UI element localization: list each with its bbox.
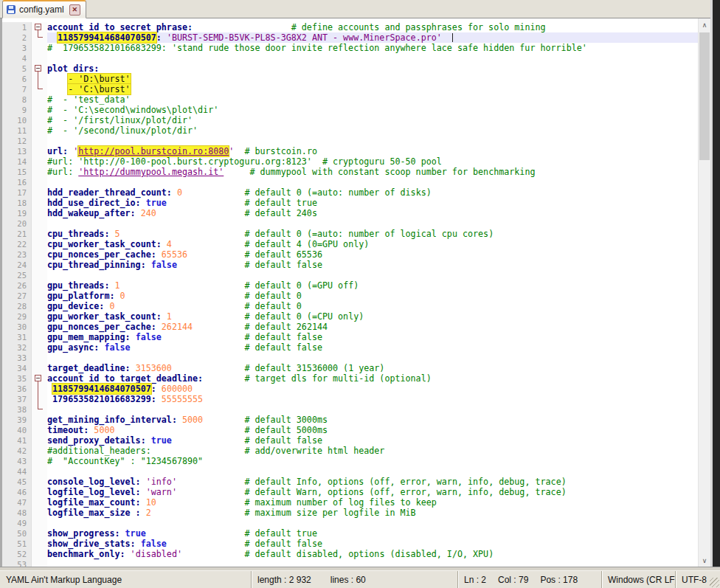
code-line[interactable]: 46logfile_log_level: 'warn' # default Wa… — [2, 487, 698, 497]
line-number[interactable]: 4 — [2, 53, 32, 63]
code-line[interactable]: 49 — [2, 518, 698, 528]
code-line[interactable]: 52benchmark_only: 'disabled' # default d… — [2, 549, 698, 559]
line-number[interactable]: 38 — [2, 404, 32, 415]
line-number[interactable]: 6 — [2, 74, 32, 84]
code-line[interactable]: 14#url: 'http://0-100-pool.burst.cryptog… — [2, 156, 698, 167]
code-line[interactable]: 9# - 'C:\second\windows\plot\dir' — [2, 105, 698, 115]
code-line[interactable]: 35account_id_to_target_deadline: # targe… — [2, 373, 698, 384]
line-number[interactable]: 10 — [2, 115, 32, 125]
tab-close-icon[interactable]: ✕ — [69, 4, 80, 15]
scroll-up-icon[interactable]: ∧ — [699, 18, 710, 31]
code-line[interactable]: 44 — [2, 466, 698, 477]
line-number[interactable]: 52 — [2, 549, 32, 559]
code-line[interactable]: 23cpu_nonces_per_cache: 65536 # default … — [2, 249, 698, 260]
line-number[interactable]: 24 — [2, 260, 32, 270]
code-area[interactable]: 1account_id_to_secret_phrase: # define a… — [0, 18, 698, 567]
line-number[interactable]: 32 — [2, 342, 32, 353]
code-line[interactable]: 28gpu_device: 0 # default 0 — [2, 301, 698, 311]
code-line[interactable]: 20 — [2, 218, 698, 229]
line-number[interactable]: 18 — [2, 198, 32, 208]
line-number[interactable]: 31 — [2, 332, 32, 342]
code-line[interactable]: 18hdd_use_direct_io: true # default true — [2, 198, 698, 208]
line-number[interactable]: 33 — [2, 353, 32, 363]
code-line[interactable]: 45console_log_level: 'info' # default In… — [2, 477, 698, 487]
code-line[interactable]: 33 — [2, 353, 698, 363]
line-number[interactable]: 11 — [2, 125, 32, 136]
line-number[interactable]: 23 — [2, 249, 32, 260]
line-number[interactable]: 44 — [2, 466, 32, 477]
code-line[interactable]: 53 — [2, 559, 698, 567]
vertical-scrollbar[interactable]: ∧ ∨ — [698, 18, 710, 567]
code-line[interactable]: 16 — [2, 177, 698, 187]
code-line[interactable]: 22cpu_worker_task_count: 4 # default 4 (… — [2, 239, 698, 249]
line-number[interactable]: 48 — [2, 508, 32, 518]
line-number[interactable]: 27 — [2, 291, 32, 301]
line-number[interactable]: 8 — [2, 94, 32, 105]
code-line[interactable]: 4 — [2, 53, 698, 63]
code-line[interactable]: 31gpu_mem_mapping: false # default false — [2, 332, 698, 342]
line-number[interactable]: 1 — [2, 22, 32, 32]
code-line[interactable]: 37 1796535821016683299: 55555555 — [2, 394, 698, 404]
code-line[interactable]: 40timeout: 5000 # default 5000ms — [2, 425, 698, 435]
line-number[interactable]: 13 — [2, 146, 32, 156]
line-number[interactable]: 35 — [2, 373, 32, 384]
code-line[interactable]: 7 - 'C:\burst' — [2, 84, 698, 94]
code-line[interactable]: 42#additional_headers: # add/overwrite h… — [2, 446, 698, 456]
line-number[interactable]: 15 — [2, 167, 32, 177]
line-number[interactable]: 41 — [2, 435, 32, 446]
tab-config-yaml[interactable]: config.yaml ✕ — [2, 0, 86, 18]
line-number[interactable]: 21 — [2, 229, 32, 239]
code-line[interactable]: 27gpu_platform: 0 # default 0 — [2, 291, 698, 301]
code-line[interactable]: 30gpu_nonces_per_cache: 262144 # default… — [2, 322, 698, 332]
statusbar-eol-format[interactable]: Windows (CR LF) — [601, 571, 675, 588]
fold-collapse-icon[interactable] — [35, 24, 41, 30]
line-number[interactable]: 43 — [2, 456, 32, 466]
code-line[interactable]: 50show_progress: true # default true — [2, 528, 698, 539]
fold-collapse-icon[interactable] — [35, 65, 41, 72]
code-line[interactable]: 38 — [2, 404, 698, 415]
line-number[interactable]: 7 — [2, 84, 32, 94]
line-number[interactable]: 9 — [2, 105, 32, 115]
code-line[interactable]: 26gpu_threads: 1 # default 0 (=GPU off) — [2, 280, 698, 291]
line-number[interactable]: 36 — [2, 384, 32, 394]
line-number[interactable]: 51 — [2, 539, 32, 549]
code-line[interactable]: 41send_proxy_details: true # default fal… — [2, 435, 698, 446]
line-number[interactable]: 39 — [2, 415, 32, 425]
code-line[interactable]: 10# - '/first/linux/plot/dir' — [2, 115, 698, 125]
line-number[interactable]: 37 — [2, 394, 32, 404]
code-line[interactable]: 34target_deadline: 3153600 # default 315… — [2, 363, 698, 373]
code-line[interactable]: 39get_mining_info_interval: 5000 # defau… — [2, 415, 698, 425]
line-number[interactable]: 47 — [2, 497, 32, 508]
code-line[interactable]: 25 — [2, 270, 698, 280]
code-line[interactable]: 21cpu_threads: 5 # default 0 (=auto: num… — [2, 229, 698, 239]
line-number[interactable]: 12 — [2, 136, 32, 146]
code-line[interactable]: 47logfile_max_count: 10 # maximum number… — [2, 497, 698, 508]
line-number[interactable]: 45 — [2, 477, 32, 487]
line-number[interactable]: 25 — [2, 270, 32, 280]
line-number[interactable]: 3 — [2, 43, 32, 53]
code-line[interactable]: 6 - 'D:\burst' — [2, 74, 698, 84]
line-number[interactable]: 53 — [2, 559, 32, 567]
line-number[interactable]: 14 — [2, 156, 32, 167]
line-number[interactable]: 34 — [2, 363, 32, 373]
line-number[interactable]: 22 — [2, 239, 32, 249]
line-number[interactable]: 19 — [2, 208, 32, 218]
line-number[interactable]: 40 — [2, 425, 32, 435]
line-number[interactable]: 20 — [2, 218, 32, 229]
code-line[interactable]: 3# 1796535821016683299: 'stand rude thos… — [2, 43, 698, 53]
line-number[interactable]: 46 — [2, 487, 32, 497]
code-line[interactable]: 29gpu_worker_task_count: 1 # default 0 (… — [2, 311, 698, 322]
line-number[interactable]: 28 — [2, 301, 32, 311]
line-number[interactable]: 42 — [2, 446, 32, 456]
line-number[interactable]: 2 — [2, 32, 32, 43]
line-number[interactable]: 16 — [2, 177, 32, 187]
line-number[interactable]: 17 — [2, 187, 32, 198]
line-number[interactable]: 30 — [2, 322, 32, 332]
code-line[interactable]: 12 — [2, 136, 698, 146]
line-number[interactable]: 49 — [2, 518, 32, 528]
line-number[interactable]: 5 — [2, 63, 32, 74]
line-number[interactable]: 26 — [2, 280, 32, 291]
code-line[interactable]: 15#url: 'http://dummypool.megash.it' # d… — [2, 167, 698, 177]
code-line[interactable]: 32gpu_async: false # default false — [2, 342, 698, 353]
code-line[interactable]: 51show_drive_stats: false # default fals… — [2, 539, 698, 549]
